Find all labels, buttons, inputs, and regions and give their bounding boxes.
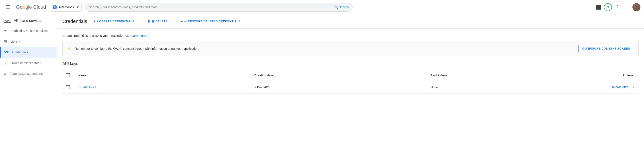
more-vert-icon: ⋮: [631, 85, 636, 90]
alert-text: Remember to configure the OAuth consent …: [75, 47, 575, 50]
row-more-options-button[interactable]: ⋮: [630, 84, 637, 91]
terminal-button[interactable]: ⬛: [594, 3, 603, 12]
creation-date-column-header: Creation date ↓: [251, 71, 427, 79]
delete-button[interactable]: 🗑 🗑 DELETE: [147, 18, 168, 25]
api-key-1-link[interactable]: API key 1: [83, 85, 96, 89]
main-layout: API APIs and services ✦ Enabled APIs and…: [0, 14, 644, 154]
alert-banner: ⚠ Remember to configure the OAuth consen…: [62, 41, 639, 56]
sidebar-item-library[interactable]: ⊞ Library: [0, 36, 57, 47]
learn-more-link[interactable]: Learn more ↗: [130, 34, 149, 38]
project-selector[interactable]: A API-Google ▾: [50, 3, 82, 12]
top-nav: Google Cloud A API-Google ▾ 🔍 Search ⬛ 3…: [0, 0, 644, 14]
checkbox-column-header: [62, 71, 75, 79]
row-actions-cell: SHOW KEY ⋮: [603, 81, 639, 93]
sort-icon[interactable]: ↓: [274, 73, 276, 77]
sidebar-item-credentials[interactable]: Credentials: [0, 47, 57, 58]
user-avatar[interactable]: [632, 3, 640, 11]
sidebar: API APIs and services ✦ Enabled APIs and…: [0, 14, 57, 154]
content-header: Credentials + + CREATE CREDENTIALS | 🗑 🗑…: [57, 14, 644, 29]
actions-column-header: Actions: [603, 71, 639, 79]
sidebar-item-label: Credentials: [12, 50, 28, 54]
creation-date-cell: 7 Dec 2023: [251, 83, 427, 92]
sidebar-item-oauth-consent[interactable]: ⊹ OAuth consent screen: [0, 58, 57, 68]
separator-2: |: [174, 20, 175, 23]
notification-badge[interactable]: 3: [604, 3, 612, 11]
table-row: ⚠ API key 1 7 Dec 2023 None SHOW KEY ⋮: [62, 81, 639, 94]
external-link-icon: ↗: [146, 34, 149, 38]
enabled-apis-icon: ✦: [4, 28, 7, 33]
help-icon: ?: [616, 5, 618, 10]
terminal-icon: ⬛: [596, 5, 602, 10]
create-credentials-button[interactable]: + + CREATE CREDENTIALS: [92, 18, 135, 25]
search-bar[interactable]: 🔍 Search: [85, 3, 352, 12]
delete-icon: 🗑: [148, 20, 151, 23]
hamburger-icon: [6, 5, 10, 9]
notification-count: 3: [607, 5, 609, 9]
sidebar-item-enabled-apis[interactable]: ✦ Enabled APIs and services: [0, 26, 57, 36]
search-icon: 🔍: [334, 5, 338, 9]
page-usage-icon: ≡: [4, 71, 6, 76]
restrictions-column-header: Restrictions: [427, 71, 603, 79]
library-icon: ⊞: [4, 39, 7, 44]
api-keys-table: Name Creation date ↓ Restrictions Action…: [62, 70, 639, 94]
google-cloud-logo: Google Cloud: [16, 4, 46, 10]
restrictions-cell: None: [427, 83, 603, 92]
hamburger-menu[interactable]: [4, 3, 12, 12]
search-button[interactable]: 🔍 Search: [334, 5, 349, 9]
api-badge: API: [4, 19, 11, 23]
nav-right: ⬛ 3 ? ⋮: [594, 3, 640, 12]
row-checkbox[interactable]: [66, 85, 70, 89]
sidebar-header: API APIs and services: [0, 16, 57, 26]
api-key-name-cell: ⚠ API key 1: [75, 83, 251, 92]
row-checkbox-cell: [62, 83, 75, 92]
api-keys-title: API keys: [62, 61, 639, 66]
sidebar-item-label: Page usage agreements: [10, 72, 44, 75]
create-icon: +: [93, 20, 96, 24]
table-header: Name Creation date ↓ Restrictions Action…: [62, 70, 639, 81]
more-options-button[interactable]: ⋮: [622, 3, 632, 12]
project-icon: A: [52, 5, 57, 9]
warning-icon: ⚠: [78, 85, 81, 89]
avatar-image: [632, 3, 640, 11]
name-column-header: Name: [75, 71, 251, 79]
chevron-down-icon: ▾: [77, 5, 79, 10]
help-button[interactable]: ?: [613, 3, 622, 12]
sidebar-item-page-usage[interactable]: ≡ Page usage agreements: [0, 68, 57, 79]
page-title: Credentials: [62, 19, 87, 24]
more-vert-icon: ⋮: [625, 5, 629, 10]
restore-icon: ↩: [181, 20, 184, 23]
separator: |: [140, 20, 142, 23]
select-all-checkbox[interactable]: [66, 73, 70, 77]
sidebar-title: APIs and services: [14, 19, 42, 23]
warning-triangle-icon: ⚠: [67, 46, 71, 51]
main-content: Credentials + + CREATE CREDENTIALS | 🗑 🗑…: [57, 14, 644, 154]
oauth-icon: ⊹: [4, 61, 7, 65]
sidebar-item-label: OAuth consent screen: [10, 61, 42, 65]
project-name: API-Google: [59, 5, 75, 9]
sidebar-item-label: Enabled APIs and services: [10, 29, 48, 33]
search-input[interactable]: [89, 5, 332, 9]
restore-credentials-button[interactable]: ↩ ↩ RESTORE DELETED CREDENTIALS: [180, 18, 242, 25]
sidebar-item-label: Library: [10, 40, 20, 43]
show-key-button[interactable]: SHOW KEY: [611, 86, 628, 89]
description-text: Create credentials to access your enable…: [62, 34, 639, 38]
credentials-icon: [4, 50, 9, 55]
configure-consent-screen-button[interactable]: CONFIGURE CONSENT SCREEN: [578, 45, 634, 52]
content-body: Create credentials to access your enable…: [57, 29, 644, 99]
